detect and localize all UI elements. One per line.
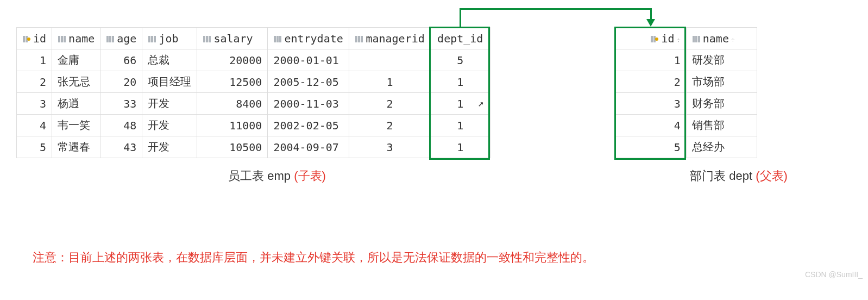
cell-name: 杨逍: [52, 93, 100, 115]
cell-name: 销售部: [686, 115, 757, 136]
svg-rect-5: [64, 36, 66, 42]
dept-table: id÷ name÷ 1研发部2市场部3财务部4销售部5总经办: [615, 27, 757, 158]
svg-rect-25: [695, 36, 697, 42]
cell-id: 1: [17, 49, 52, 71]
cell-job: 开发: [142, 93, 197, 115]
svg-rect-17: [279, 36, 281, 42]
cell-name: 研发部: [686, 49, 757, 71]
cell-id: 2: [615, 71, 686, 93]
cell-managerid: [349, 49, 430, 71]
cell-id: 2: [17, 71, 52, 93]
svg-rect-0: [23, 36, 25, 42]
svg-rect-12: [203, 36, 205, 42]
table-row[interactable]: 5常遇春43开发105002004-09-0731: [17, 136, 490, 158]
sort-indicator-icon: ÷: [731, 36, 735, 44]
emp-header-salary[interactable]: salary: [197, 28, 268, 49]
pk-icon: [22, 35, 31, 43]
emp-table-wrap: id name age job salary entrydate manager…: [16, 27, 490, 158]
sort-indicator-icon: ÷: [677, 36, 681, 44]
cell-entrydate: 2004-09-07: [268, 136, 349, 158]
emp-header-entrydate[interactable]: entrydate: [268, 28, 349, 49]
column-icon: [692, 35, 701, 43]
cell-deptid: 1: [430, 136, 490, 158]
emp-header-name[interactable]: name: [52, 28, 100, 49]
table-row[interactable]: 2市场部: [615, 71, 757, 93]
cell-age: 33: [100, 93, 142, 115]
svg-rect-3: [58, 36, 60, 42]
dept-caption-red: (父表): [756, 169, 788, 183]
emp-header-name-label: name: [68, 32, 95, 45]
cell-deptid: 1: [430, 93, 490, 115]
emp-header-age-label: age: [117, 32, 136, 45]
cell-name: 常遇春: [52, 136, 100, 158]
cell-name: 韦一笑: [52, 115, 100, 136]
cell-managerid: 2: [349, 115, 430, 136]
column-icon: [148, 35, 156, 43]
cell-salary: 10500: [197, 136, 268, 158]
cell-job: 开发: [142, 136, 197, 158]
cell-deptid: 1: [430, 115, 490, 136]
svg-rect-14: [209, 36, 211, 42]
tables-container: id name age job salary entrydate manager…: [16, 27, 852, 158]
table-row[interactable]: 4销售部: [615, 115, 757, 136]
cell-salary: 12500: [197, 71, 268, 93]
dept-header-id-label: id: [661, 32, 674, 45]
cell-salary: 20000: [197, 49, 268, 71]
cell-job: 总裁: [142, 49, 197, 71]
table-row[interactable]: 3财务部: [615, 93, 757, 115]
cell-age: 20: [100, 71, 142, 93]
cell-salary: 8400: [197, 93, 268, 115]
cell-managerid: 3: [349, 136, 430, 158]
table-row[interactable]: 3杨逍33开发84002000-11-0321: [17, 93, 490, 115]
svg-rect-7: [109, 36, 111, 42]
dept-header-name-label: name: [703, 32, 729, 45]
connector-line: [650, 8, 652, 20]
emp-header-job-label: job: [159, 32, 178, 45]
arrowhead-icon: [646, 19, 655, 27]
svg-rect-18: [355, 36, 357, 42]
watermark-text: CSDN @SumIII_: [805, 270, 863, 279]
svg-point-23: [655, 38, 658, 41]
table-row[interactable]: 1研发部: [615, 49, 757, 71]
table-row[interactable]: 5总经办: [615, 136, 757, 158]
dept-caption: 部门表 dept (父表): [663, 168, 815, 184]
cell-id: 5: [17, 136, 52, 158]
table-row[interactable]: 1金庸66总裁200002000-01-015: [17, 49, 490, 71]
column-icon: [203, 35, 211, 43]
dept-header-name[interactable]: name÷: [686, 28, 757, 49]
emp-header-managerid[interactable]: managerid: [349, 28, 430, 49]
table-row[interactable]: 2张无忌20项目经理125002005-12-0511: [17, 71, 490, 93]
column-icon: [106, 35, 115, 43]
cell-managerid: 1: [349, 71, 430, 93]
svg-rect-8: [112, 36, 114, 42]
emp-header-entrydate-label: entrydate: [284, 32, 343, 45]
emp-header-deptid[interactable]: dept_id: [430, 28, 490, 49]
emp-header-age[interactable]: age: [100, 28, 142, 49]
svg-rect-6: [106, 36, 109, 42]
column-icon: [58, 35, 66, 43]
cell-entrydate: 2005-12-05: [268, 71, 349, 93]
emp-header-id[interactable]: id: [17, 28, 52, 49]
connector-line: [460, 8, 652, 10]
cell-entrydate: 2002-02-05: [268, 115, 349, 136]
svg-rect-9: [148, 36, 150, 42]
svg-rect-10: [151, 36, 153, 42]
emp-header-salary-label: salary: [213, 32, 253, 45]
cell-age: 66: [100, 49, 142, 71]
cell-name: 财务部: [686, 93, 757, 115]
svg-rect-19: [358, 36, 360, 42]
cell-job: 项目经理: [142, 71, 197, 93]
emp-header-job[interactable]: job: [142, 28, 197, 49]
dept-header-id[interactable]: id÷: [615, 28, 686, 49]
cell-salary: 11000: [197, 115, 268, 136]
column-icon: [355, 35, 363, 43]
svg-point-2: [27, 38, 30, 41]
emp-header-deptid-label: dept_id: [437, 32, 483, 45]
connector-line: [460, 8, 461, 27]
svg-rect-24: [693, 36, 695, 42]
emp-caption-red: (子表): [294, 169, 326, 183]
emp-caption: 员工表 emp (子表): [16, 168, 538, 184]
dept-caption-prefix: 部门表 dept: [690, 169, 756, 183]
table-row[interactable]: 4韦一笑48开发110002002-02-0521: [17, 115, 490, 136]
notice-text: 注意：目前上述的两张表，在数据库层面，并未建立外键关联，所以是无法保证数据的一致…: [16, 249, 852, 266]
